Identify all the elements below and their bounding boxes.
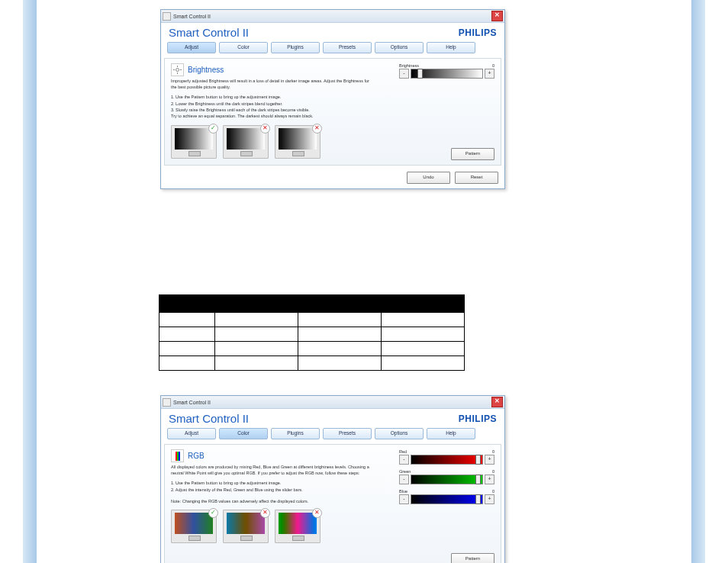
red-minus-button[interactable]: - xyxy=(399,455,409,465)
th2 xyxy=(215,295,298,313)
menu-help[interactable]: Help xyxy=(427,42,475,53)
slider-thumb[interactable] xyxy=(475,475,481,484)
thumb-screen xyxy=(279,513,317,534)
red-slider-row: Red 0 - + xyxy=(399,449,494,465)
rgb-dialog: Smart Control II ✕ Smart Control II PHIL… xyxy=(160,395,505,563)
th4 xyxy=(382,295,465,313)
titlebar-text: Smart Control II xyxy=(173,400,211,405)
undo-button[interactable]: Undo xyxy=(407,172,450,184)
menubar: Adjust Color Plugins Presets Options Hel… xyxy=(161,40,504,58)
app-title: Smart Control II xyxy=(169,26,249,39)
menu-options[interactable]: Options xyxy=(375,42,424,53)
menu-color[interactable]: Color xyxy=(219,428,268,439)
th1 xyxy=(159,295,215,313)
titlebar[interactable]: Smart Control II ✕ xyxy=(161,396,504,409)
table-row xyxy=(159,356,465,371)
header-row: Smart Control II PHILIPS xyxy=(161,409,504,426)
step3: 3. Slowly raise the Brightness until eac… xyxy=(171,107,494,113)
slider-thumb[interactable] xyxy=(475,494,481,504)
green-slider-row: Green 0 - + xyxy=(399,469,494,484)
x-icon: ✕ xyxy=(312,508,322,518)
rgb-desc: All displayed colors are produced by mix… xyxy=(171,465,369,476)
brand-logo: PHILIPS xyxy=(459,27,497,38)
green-slider[interactable] xyxy=(411,475,483,484)
thumb-stand xyxy=(188,151,201,156)
thumb-stand xyxy=(240,151,253,156)
minus-button[interactable]: - xyxy=(399,69,409,79)
thumb-screen xyxy=(227,128,265,150)
menubar: Adjust Color Plugins Presets Options Hel… xyxy=(161,426,504,444)
check-icon: ✓ xyxy=(208,508,218,518)
table-row xyxy=(159,313,465,327)
brightness-desc: Improperly adjusted Brightness will resu… xyxy=(171,79,369,90)
table-row xyxy=(159,327,465,342)
thumb-screen xyxy=(279,128,317,150)
page-left-accent xyxy=(23,0,37,563)
reset-button[interactable]: Reset xyxy=(455,172,498,184)
thumb-good: ✓ xyxy=(171,125,217,159)
close-icon[interactable]: ✕ xyxy=(491,397,503,407)
thumb-bad1: ✕ xyxy=(223,125,269,159)
app-icon xyxy=(163,398,171,407)
dialog-footer: Undo Reset xyxy=(161,169,504,188)
titlebar-text: Smart Control II xyxy=(173,14,211,19)
menu-plugins[interactable]: Plugins xyxy=(271,42,320,53)
pattern-wrap: Pattern xyxy=(451,148,494,160)
brightness-icon xyxy=(171,63,184,76)
plus-button[interactable]: + xyxy=(485,69,494,79)
slider-thumb[interactable] xyxy=(475,455,481,465)
app-title: Smart Control II xyxy=(169,412,249,425)
menu-color[interactable]: Color xyxy=(219,42,268,53)
rgb-panel: RGB All displayed colors are produced by… xyxy=(164,444,501,563)
blue-label: Blue xyxy=(399,489,407,494)
blue-minus-button[interactable]: - xyxy=(399,494,409,504)
slider-thumb[interactable] xyxy=(417,69,423,79)
rgb-slider-area: Red 0 - + Green 0 - + xyxy=(399,449,494,509)
app-icon xyxy=(163,12,171,21)
thumb-good: ✓ xyxy=(171,510,217,543)
thumb-stand xyxy=(292,151,304,156)
rgb-thumbs: ✓ ✕ ✕ xyxy=(171,510,494,543)
slider-value: 0 xyxy=(492,63,494,68)
pattern-button[interactable]: Pattern xyxy=(451,553,494,563)
middle-table xyxy=(159,294,465,371)
blue-slider[interactable] xyxy=(411,494,483,504)
titlebar[interactable]: Smart Control II ✕ xyxy=(161,10,504,23)
thumb-screen xyxy=(227,513,265,534)
green-minus-button[interactable]: - xyxy=(399,475,409,484)
green-plus-button[interactable]: + xyxy=(485,475,494,484)
check-icon: ✓ xyxy=(208,124,218,134)
th3 xyxy=(298,295,382,313)
rgb-icon xyxy=(171,449,184,462)
menu-adjust[interactable]: Adjust xyxy=(167,428,216,439)
menu-options[interactable]: Options xyxy=(375,428,424,439)
menu-plugins[interactable]: Plugins xyxy=(271,428,320,439)
pattern-button[interactable]: Pattern xyxy=(451,148,494,160)
blue-value: 0 xyxy=(492,489,494,494)
panel-title: Brightness xyxy=(188,66,224,74)
red-value: 0 xyxy=(492,449,494,454)
thumb-bad2: ✕ xyxy=(275,125,321,159)
header-row: Smart Control II PHILIPS xyxy=(161,23,504,40)
menu-presets[interactable]: Presets xyxy=(323,428,372,439)
red-label: Red xyxy=(399,449,407,454)
brightness-panel: Brightness Improperly adjusted Brightnes… xyxy=(164,58,501,166)
menu-help[interactable]: Help xyxy=(427,428,475,439)
brightness-thumbs: ✓ ✕ ✕ xyxy=(171,125,494,159)
thumb-bad2: ✕ xyxy=(275,510,321,543)
menu-adjust[interactable]: Adjust xyxy=(167,42,216,53)
brightness-dialog: Smart Control II ✕ Smart Control II PHIL… xyxy=(160,9,505,189)
pattern-wrap: Pattern xyxy=(451,553,494,563)
close-icon[interactable]: ✕ xyxy=(491,11,503,21)
red-plus-button[interactable]: + xyxy=(485,455,494,465)
step1: 1. Use the Pattern button to bring up th… xyxy=(171,94,494,100)
x-icon: ✕ xyxy=(260,508,270,518)
blue-plus-button[interactable]: + xyxy=(485,494,494,504)
red-slider[interactable] xyxy=(411,455,483,465)
svg-point-0 xyxy=(176,69,179,72)
brightness-steps: 1. Use the Pattern button to bring up th… xyxy=(171,94,494,119)
menu-presets[interactable]: Presets xyxy=(323,42,372,53)
page-right-accent xyxy=(691,0,705,563)
x-icon: ✕ xyxy=(260,124,270,134)
brightness-slider[interactable] xyxy=(411,69,483,79)
